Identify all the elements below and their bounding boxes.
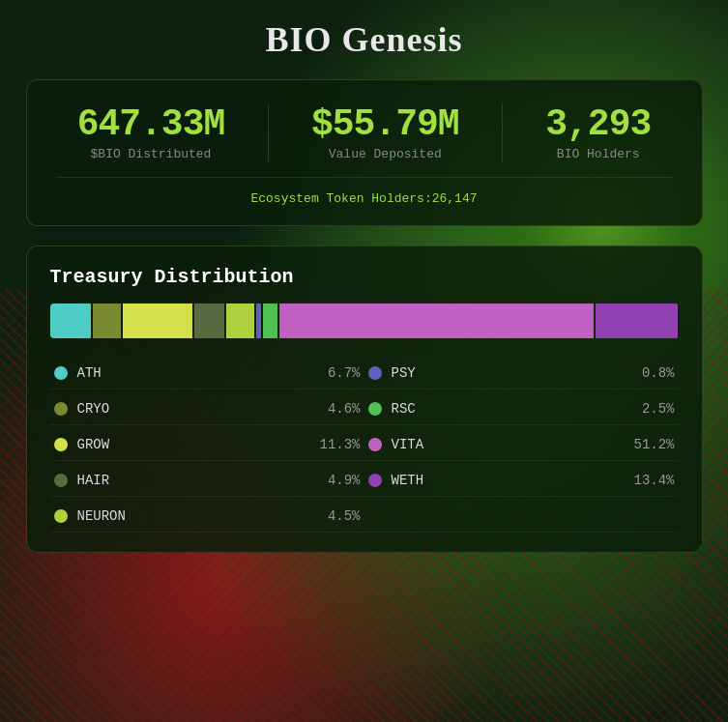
bio-distributed-label: $BIO Distributed xyxy=(77,147,225,161)
bar-segment-cryo xyxy=(93,303,121,338)
legend-name: HAIR xyxy=(77,473,312,488)
legend-pct: 13.4% xyxy=(626,473,675,488)
legend-dot xyxy=(368,474,382,487)
bar-segment-grow xyxy=(123,303,192,338)
legend-item-ath: ATH 6.7% xyxy=(50,358,364,390)
legend-dot xyxy=(54,438,68,451)
legend-item-psy: PSY 0.8% xyxy=(364,358,679,390)
legend-item-hair: HAIR 4.9% xyxy=(50,465,364,497)
value-deposited-label: Value Deposited xyxy=(311,147,459,161)
bar-segment-vita xyxy=(279,303,594,338)
legend-dot xyxy=(368,402,382,416)
bar-segment-weth xyxy=(596,303,678,338)
ecosystem-label: Ecosystem Token Holders: xyxy=(250,191,431,206)
bar-segment-neuron xyxy=(226,303,254,338)
legend-name: GROW xyxy=(77,437,312,452)
treasury-title: Treasury Distribution xyxy=(50,266,679,288)
legend-item-empty xyxy=(364,501,679,533)
bar-segment-rsc xyxy=(263,303,278,338)
legend-name: WETH xyxy=(392,473,626,488)
stat-divider-1 xyxy=(268,103,269,161)
legend-dot xyxy=(368,438,382,451)
treasury-bar xyxy=(50,303,679,338)
page-title: BIO Genesis xyxy=(265,19,462,60)
bio-distributed-value: 647.33M xyxy=(77,103,225,145)
legend-dot xyxy=(54,509,68,523)
legend-pct: 4.9% xyxy=(312,473,361,488)
bar-segment-psy xyxy=(256,303,261,338)
legend-pct: 0.8% xyxy=(626,365,675,381)
bio-holders-value: 3,293 xyxy=(545,103,651,145)
main-container: BIO Genesis 647.33M $BIO Distributed $55… xyxy=(0,0,728,722)
ecosystem-value: 26,147 xyxy=(432,191,478,206)
stat-bio-distributed: 647.33M $BIO Distributed xyxy=(77,103,225,161)
stat-bio-holders: 3,293 BIO Holders xyxy=(545,103,651,161)
legend-pct: 6.7% xyxy=(312,365,361,381)
bar-segment-hair xyxy=(194,303,224,338)
legend-dot xyxy=(368,366,382,380)
legend-item-rsc: RSC 2.5% xyxy=(364,393,679,425)
legend-dot xyxy=(54,366,68,380)
stats-row: 647.33M $BIO Distributed $55.79M Value D… xyxy=(56,103,673,161)
treasury-card: Treasury Distribution ATH 6.7% PSY 0.8% … xyxy=(26,245,703,553)
legend-item-neuron: NEURON 4.5% xyxy=(50,501,364,533)
legend-item-cryo: CRYO 4.6% xyxy=(50,393,364,425)
stats-card: 647.33M $BIO Distributed $55.79M Value D… xyxy=(26,79,703,226)
stat-divider-2 xyxy=(502,103,503,161)
legend-dot xyxy=(54,402,68,416)
value-deposited-value: $55.79M xyxy=(311,103,459,145)
stat-value-deposited: $55.79M Value Deposited xyxy=(311,103,459,161)
legend-pct: 2.5% xyxy=(626,401,675,417)
legend-name: VITA xyxy=(392,437,626,452)
legend-name: CRYO xyxy=(77,401,312,417)
legend-item-grow: GROW 11.3% xyxy=(50,429,364,461)
legend-pct: 11.3% xyxy=(312,437,361,452)
legend-item-vita: VITA 51.2% xyxy=(364,429,679,461)
bio-holders-label: BIO Holders xyxy=(545,147,651,161)
legend-name: RSC xyxy=(392,401,626,417)
bar-segment-ath xyxy=(50,303,92,338)
legend-pct: 4.5% xyxy=(312,508,361,524)
ecosystem-line: Ecosystem Token Holders:26,147 xyxy=(56,177,673,206)
legend-name: ATH xyxy=(77,365,312,381)
legend-name: PSY xyxy=(392,365,626,381)
legend-pct: 4.6% xyxy=(312,401,361,417)
legend-item-weth: WETH 13.4% xyxy=(364,465,679,497)
legend-dot xyxy=(54,474,68,487)
legend-grid: ATH 6.7% PSY 0.8% CRYO 4.6% RSC 2.5% GRO… xyxy=(50,358,679,533)
legend-pct: 51.2% xyxy=(626,437,675,452)
legend-name: NEURON xyxy=(77,508,312,524)
